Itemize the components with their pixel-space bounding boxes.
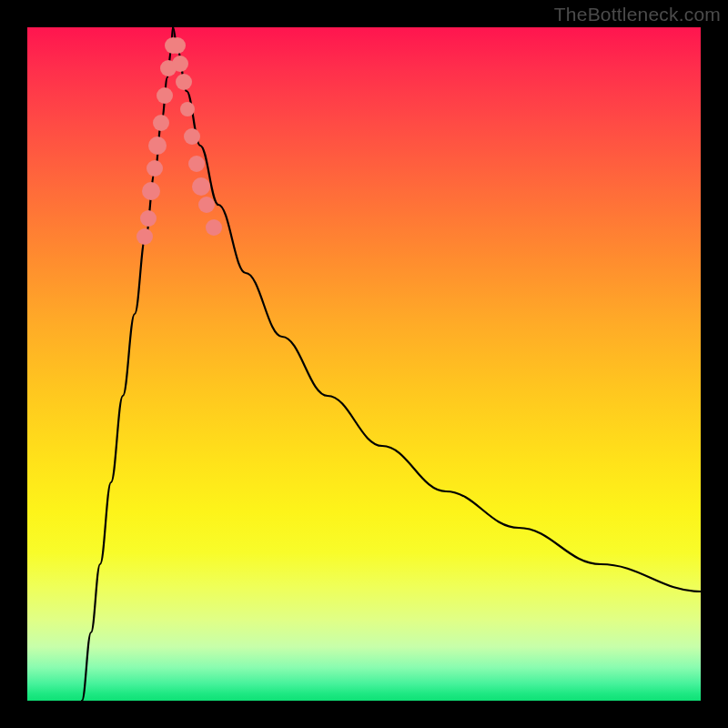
watermark-text: TheBottleneck.com [554, 4, 721, 25]
plot-area [27, 27, 701, 701]
background-gradient [27, 27, 701, 701]
chart-frame: TheBottleneck.com [0, 0, 728, 728]
